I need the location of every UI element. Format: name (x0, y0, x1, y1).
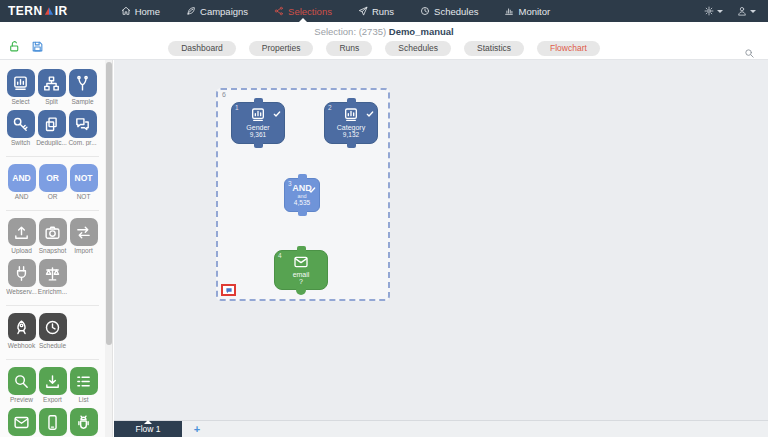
flow-node-email[interactable]: 4email? (274, 250, 328, 290)
palette-tool-select[interactable]: Select (5, 69, 36, 105)
tab-schedules[interactable]: Schedules (385, 41, 451, 56)
tool-label: Webserv... (6, 288, 37, 295)
palette-tool-com-pr[interactable]: Com. pr... (67, 110, 98, 146)
palette-tool-or[interactable]: OROR (37, 164, 68, 200)
bar-chart-icon (12, 75, 29, 92)
logo-text-pre: TERN (8, 4, 43, 18)
palette-tool-split[interactable]: Split (36, 69, 67, 105)
palette-scrollbar[interactable] (105, 60, 113, 437)
tool-label: List (68, 396, 99, 403)
unlock-icon[interactable] (8, 39, 21, 57)
flow-node-gender[interactable]: 1Gender9,361 (231, 102, 285, 144)
add-flow-button[interactable]: + (182, 421, 212, 437)
selection-id-label: Selection: (2735) (314, 26, 386, 37)
tool-label: Export (37, 396, 68, 403)
scrollbar-thumb[interactable] (106, 62, 112, 345)
palette-tool-export[interactable]: Export (37, 367, 68, 403)
node-title: Gender (246, 124, 269, 131)
nav-item-label: Campaigns (200, 6, 248, 17)
selection-name-label: Demo_manual (389, 26, 454, 37)
palette-tool-e-mail[interactable]: E-mail (6, 408, 37, 437)
tool-label: Schedule (37, 342, 68, 349)
tool-tile (39, 313, 67, 341)
nav-right (704, 2, 768, 20)
palette-tool-sample[interactable]: Sample (67, 69, 98, 105)
palette-tool-webserv[interactable]: Webserv... (6, 259, 37, 295)
palette-tool-snapshot[interactable]: Snapshot (37, 218, 68, 254)
nav-item-label: Selections (288, 6, 332, 17)
tool-tile (39, 218, 67, 246)
palette-tool-list[interactable]: List (68, 367, 99, 403)
rocket-icon (13, 319, 30, 336)
nav-item-campaigns[interactable]: Campaigns (173, 0, 261, 22)
flow-node-and[interactable]: 3ANDand4,535 (284, 178, 320, 212)
tab-statistics[interactable]: Statistics (464, 41, 524, 56)
palette-tool-import[interactable]: Import (68, 218, 99, 254)
android-icon (75, 414, 92, 431)
node-number: 2 (328, 104, 332, 111)
clock-icon (420, 6, 430, 16)
home-icon (121, 6, 131, 16)
plug-icon (13, 265, 30, 282)
tab-dashboard[interactable]: Dashboard (168, 41, 236, 56)
node-count: 9,132 (343, 131, 359, 139)
nav-item-schedules[interactable]: Schedules (407, 0, 491, 22)
tab-flowchart[interactable]: Flowchart (537, 41, 600, 56)
node-count: 9,361 (250, 131, 266, 139)
palette-tool-switch[interactable]: Switch (5, 110, 36, 146)
scales-icon (44, 265, 61, 282)
envelope-icon (13, 414, 30, 431)
palette-group-operators: ANDANDORORNOTNOT (6, 156, 99, 207)
user-icon (737, 2, 747, 20)
tab-runs[interactable]: Runs (326, 41, 372, 56)
palette-tool-webhook[interactable]: Webhook (6, 313, 37, 349)
tool-tile (69, 69, 97, 97)
palette-tool-upload[interactable]: Upload (6, 218, 37, 254)
tool-tile: AND (8, 164, 36, 192)
download-icon (44, 373, 61, 390)
palette-tool-app-mes[interactable]: App mes... (68, 408, 99, 437)
tool-label: Snapshot (37, 247, 68, 254)
palette-tool-sms[interactable]: SMS (37, 408, 68, 437)
flowchart-canvas[interactable]: 6 1Gender9,3612Category9,1323ANDand4,535… (114, 60, 768, 420)
settings-menu[interactable] (704, 2, 723, 20)
palette-tool-deduplic[interactable]: Deduplic... (36, 110, 67, 146)
tool-label: Switch (5, 139, 36, 146)
ternair-logo[interactable]: TERN IR (0, 4, 80, 18)
palette-tool-not[interactable]: NOTNOT (68, 164, 99, 200)
tool-label: Upload (6, 247, 37, 254)
flow-tab[interactable]: Flow 1 (114, 421, 182, 437)
nav-item-monitor[interactable]: Monitor (491, 0, 563, 22)
user-menu[interactable] (737, 2, 756, 20)
sitemap-icon (43, 75, 60, 92)
nav-item-runs[interactable]: Runs (345, 0, 407, 22)
tool-tile (38, 69, 66, 97)
save-icon[interactable] (31, 39, 44, 57)
palette-tool-preview[interactable]: Preview (6, 367, 37, 403)
tool-tile (8, 408, 36, 436)
logo-text-post: IR (55, 4, 68, 18)
nav-item-label: Schedules (434, 6, 478, 17)
gear-icon (704, 2, 714, 20)
selections-icon (274, 6, 284, 16)
tool-tile (70, 367, 98, 395)
active-tab-caret-icon (144, 420, 152, 424)
tab-properties[interactable]: Properties (249, 41, 314, 56)
nav-item-home[interactable]: Home (108, 0, 173, 22)
tool-tile (38, 110, 66, 138)
campaigns-icon (186, 6, 196, 16)
tool-tile (8, 259, 36, 287)
palette-tool-schedule[interactable]: Schedule (37, 313, 68, 349)
flow-node-category[interactable]: 2Category9,132 (324, 102, 378, 144)
palette-tool-and[interactable]: ANDAND (6, 164, 37, 200)
palette-group-automation-tools: WebhookSchedule (6, 305, 99, 356)
palette-tool-enrichm[interactable]: Enrichm... (37, 259, 68, 295)
list-icon (75, 373, 92, 390)
mobile-icon (44, 414, 61, 431)
nav-item-selections[interactable]: Selections (261, 0, 345, 22)
logo-triangle-icon (44, 6, 54, 16)
comment-badge[interactable] (221, 284, 236, 296)
exchange-icon (75, 224, 92, 241)
tool-tile (39, 367, 67, 395)
tool-label: AND (6, 193, 37, 200)
